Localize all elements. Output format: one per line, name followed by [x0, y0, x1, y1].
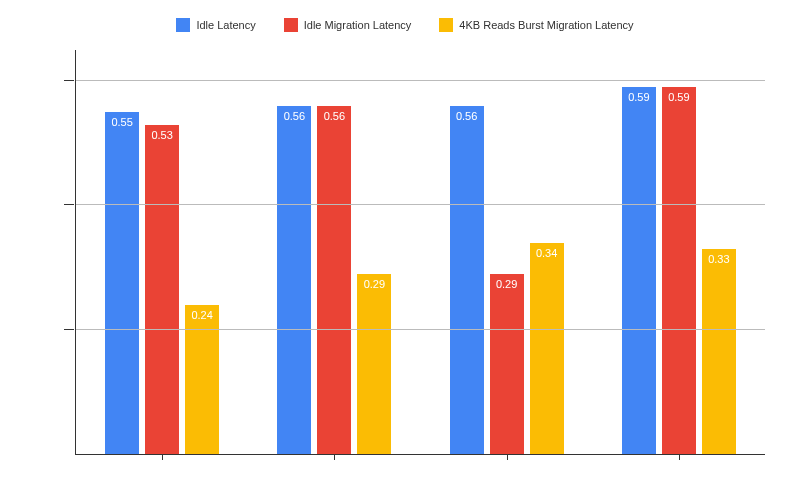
bar-value-label: 0.29	[496, 278, 517, 290]
bar-value-label: 0.33	[708, 253, 729, 265]
bar: 0.33	[702, 249, 736, 454]
legend-label-0: Idle Latency	[196, 19, 255, 31]
legend-label-1: Idle Migration Latency	[304, 19, 412, 31]
bar-value-label: 0.29	[364, 278, 385, 290]
legend-swatch-2	[439, 18, 453, 32]
bar: 0.56	[277, 106, 311, 454]
bar-value-label: 0.55	[111, 116, 132, 128]
bar-group: 0.590.590.33	[593, 50, 765, 454]
bar-value-label: 0.34	[536, 247, 557, 259]
bar: 0.34	[530, 243, 564, 454]
y-tick	[64, 329, 74, 330]
bar: 0.56	[450, 106, 484, 454]
gridline	[76, 204, 765, 205]
x-tick	[162, 454, 163, 460]
legend-label-2: 4KB Reads Burst Migration Latency	[459, 19, 633, 31]
bar: 0.29	[357, 274, 391, 454]
bar-value-label: 0.53	[151, 129, 172, 141]
x-tick	[334, 454, 335, 460]
bar: 0.29	[490, 274, 524, 454]
bar-value-label: 0.56	[324, 110, 345, 122]
bar: 0.56	[317, 106, 351, 454]
bar-value-label: 0.24	[191, 309, 212, 321]
bar: 0.59	[662, 87, 696, 454]
y-tick	[64, 80, 74, 81]
bar-chart: Idle Latency Idle Migration Latency 4KB …	[0, 0, 810, 500]
bar-group: 0.560.290.34	[421, 50, 593, 454]
bar-group: 0.560.560.29	[248, 50, 420, 454]
bar: 0.55	[105, 112, 139, 454]
bar-value-label: 0.56	[456, 110, 477, 122]
bar: 0.53	[145, 125, 179, 454]
bar-group: 0.550.530.24	[76, 50, 248, 454]
plot-area: 0.550.530.240.560.560.290.560.290.340.59…	[75, 50, 765, 455]
legend-item-1: Idle Migration Latency	[284, 18, 412, 32]
legend-item-2: 4KB Reads Burst Migration Latency	[439, 18, 633, 32]
gridline	[76, 329, 765, 330]
legend-item-0: Idle Latency	[176, 18, 255, 32]
legend: Idle Latency Idle Migration Latency 4KB …	[0, 18, 810, 32]
y-tick	[64, 204, 74, 205]
legend-swatch-1	[284, 18, 298, 32]
legend-swatch-0	[176, 18, 190, 32]
x-tick	[507, 454, 508, 460]
bar-value-label: 0.56	[284, 110, 305, 122]
bar-value-label: 0.59	[668, 91, 689, 103]
gridline	[76, 80, 765, 81]
bar: 0.59	[622, 87, 656, 454]
bar-value-label: 0.59	[628, 91, 649, 103]
bar: 0.24	[185, 305, 219, 454]
x-tick	[679, 454, 680, 460]
